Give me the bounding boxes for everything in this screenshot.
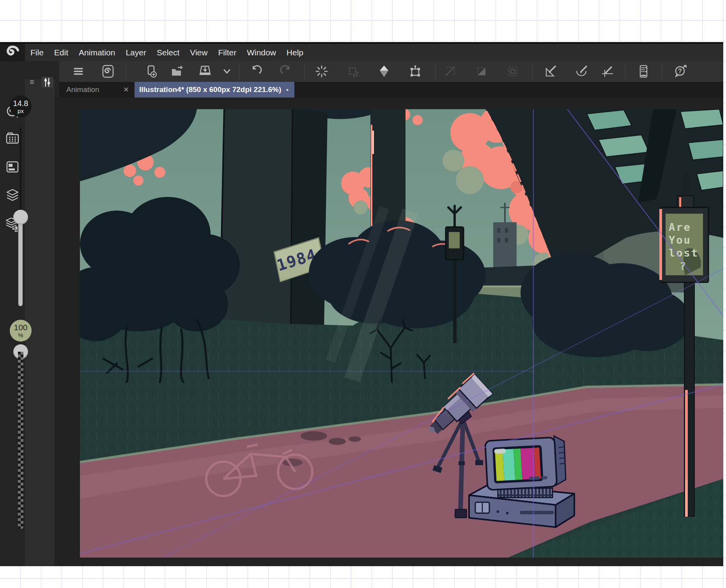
left-palette-column: ≡ 14.8 px 100 %: [0, 61, 59, 566]
save-options-button[interactable]: [219, 64, 235, 79]
clip-studio-icon: [102, 65, 114, 78]
frame-icon: [506, 65, 519, 78]
open-file-button[interactable]: [170, 64, 185, 79]
curve-pen-icon: [575, 65, 588, 78]
command-bar: ?: [59, 61, 723, 82]
deselect-button[interactable]: [345, 64, 361, 79]
modified-indicator-icon: ●: [286, 87, 289, 92]
help-button[interactable]: ?: [673, 64, 688, 79]
companion-mode-button[interactable]: [636, 64, 651, 79]
menubar: File Edit Animation Layer Select View Fi…: [0, 42, 723, 61]
companion-device-icon: [637, 65, 649, 78]
snap-grid-button[interactable]: [600, 64, 615, 79]
main-menu-button[interactable]: [71, 64, 86, 79]
toolbar-divider: [435, 64, 436, 80]
tool-property-button[interactable]: [5, 159, 20, 175]
brush-size-unit: px: [18, 108, 24, 114]
selection-burst-icon: [315, 65, 328, 78]
frame-border-button[interactable]: [505, 64, 521, 79]
drawing-canvas[interactable]: 1984: [80, 109, 723, 558]
opacity-track[interactable]: [18, 352, 23, 529]
tab-animation-label: Animation: [66, 85, 99, 94]
tab-illustration4-label: Illustration4* (850 x 600px 72dpi 221.6%…: [139, 85, 281, 94]
toolbar-divider: [239, 64, 239, 80]
help-bubble-icon: ?: [673, 65, 687, 78]
tab-illustration4[interactable]: Illustration4* (850 x 600px 72dpi 221.6%…: [135, 82, 294, 97]
ruler-pen-icon: [544, 65, 558, 78]
snap-special-ruler-button[interactable]: [574, 64, 590, 79]
billboard-line-1: Are: [669, 221, 691, 233]
undo-button[interactable]: [248, 64, 264, 79]
deselect-icon: [347, 65, 359, 78]
chevron-down-icon: [222, 66, 232, 76]
close-tab-icon[interactable]: ✕: [123, 85, 135, 94]
save-icon: [198, 65, 212, 78]
hamburger-icon: [73, 66, 84, 77]
menu-help[interactable]: Help: [287, 48, 303, 57]
billboard-line-3: lost: [669, 247, 699, 259]
new-canvas-icon: [145, 65, 158, 78]
toolbar-divider: [304, 64, 305, 80]
diagonal-fill-icon: [475, 65, 488, 78]
gradient-area-button[interactable]: [474, 64, 489, 79]
tool-property-icon: [5, 159, 20, 174]
menu-window[interactable]: Window: [247, 48, 276, 57]
opacity-unit: %: [18, 332, 23, 338]
new-canvas-button[interactable]: [144, 64, 159, 79]
app-window: File Edit Animation Layer Select View Fi…: [0, 42, 723, 566]
brush-size-track-filled[interactable]: [18, 217, 23, 306]
toolbar-divider: [625, 64, 625, 80]
mesh-transform-button[interactable]: [443, 64, 458, 79]
menu-select[interactable]: Select: [157, 48, 179, 57]
artwork: 1984: [80, 109, 723, 558]
transform-icon: [409, 65, 422, 78]
menu-file[interactable]: File: [30, 48, 44, 57]
menu-filter[interactable]: Filter: [218, 48, 236, 57]
desktop: { "titlebar": { "menu_items": ["File","E…: [0, 0, 726, 588]
document-tabbar: Animation ✕ Illustration4* (850 x 600px …: [59, 82, 723, 97]
blend-drop-icon: [378, 65, 390, 78]
menu-animation[interactable]: Animation: [79, 48, 115, 57]
grid-pen-icon: [601, 65, 614, 78]
redo-button[interactable]: [278, 64, 294, 79]
sub-tool-icon: [5, 130, 20, 145]
toolbar-divider: [126, 64, 126, 80]
open-folder-icon: [171, 65, 184, 78]
tab-animation[interactable]: Animation ✕: [59, 82, 135, 97]
opacity-number: 100: [14, 323, 27, 331]
palette-menu-icon[interactable]: ≡: [30, 78, 34, 87]
svg-text:?: ?: [678, 68, 682, 74]
menu-items: File Edit Animation Layer Select View Fi…: [25, 44, 303, 61]
app-logo: [0, 44, 25, 61]
snap-ruler-button[interactable]: [543, 64, 559, 79]
slider-palette-header: ≡: [25, 77, 55, 88]
opacity-value: 100 %: [10, 320, 32, 342]
menu-edit[interactable]: Edit: [54, 48, 68, 57]
billboard-line-2: You: [669, 234, 691, 246]
blend-tool-button[interactable]: [376, 64, 392, 79]
redo-icon: [280, 65, 292, 78]
brush-size-value: 14.8 px: [10, 96, 32, 117]
brush-size-track[interactable]: [19, 128, 21, 211]
save-file-button[interactable]: [197, 64, 213, 79]
brush-size-number: 14.8: [13, 99, 28, 107]
brush-size-knob[interactable]: [13, 210, 28, 225]
diagonal-dashed-icon: [444, 65, 457, 78]
crt-bar: [503, 449, 515, 480]
clip-studio-button[interactable]: [100, 64, 116, 79]
undo-icon: [250, 65, 262, 78]
clip-studio-logo-icon: [4, 45, 21, 60]
layers-icon: [5, 188, 20, 203]
toolbar-divider: [532, 64, 533, 80]
slider-palette: [25, 79, 55, 566]
sub-tool-button[interactable]: [5, 130, 20, 145]
crt-bar: [495, 450, 504, 481]
transform-button[interactable]: [407, 64, 423, 79]
toolbar-divider: [662, 64, 662, 80]
layers-button[interactable]: [5, 188, 20, 203]
menu-view[interactable]: View: [190, 48, 207, 57]
menu-layer[interactable]: Layer: [126, 48, 146, 57]
select-area-button[interactable]: [314, 64, 329, 79]
sliders-tab-icon[interactable]: [41, 77, 53, 88]
